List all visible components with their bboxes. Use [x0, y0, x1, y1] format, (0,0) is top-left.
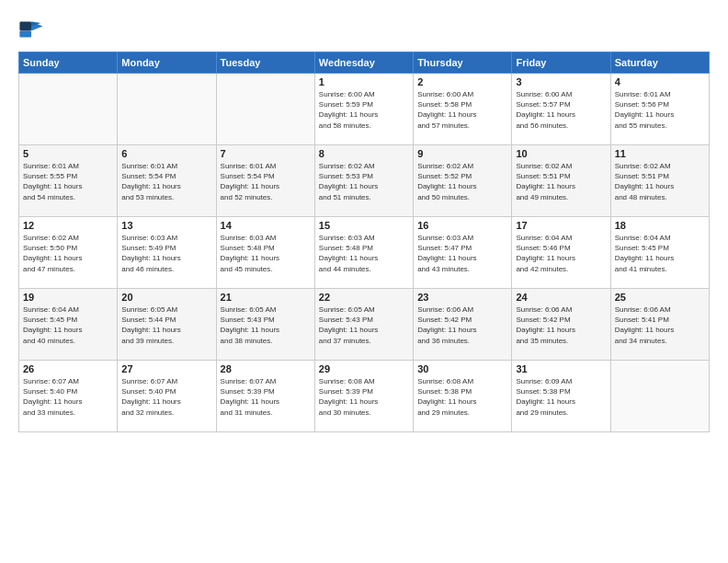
page: SundayMondayTuesdayWednesdayThursdayFrid… — [0, 0, 728, 563]
day-info: Sunrise: 6:05 AMSunset: 5:43 PMDaylight:… — [221, 304, 311, 346]
calendar-cell: 6Sunrise: 6:01 AMSunset: 5:54 PMDaylight… — [118, 145, 216, 217]
day-number: 18 — [615, 220, 705, 231]
calendar-cell: 16Sunrise: 6:03 AMSunset: 5:47 PMDayligh… — [414, 217, 512, 289]
day-info: Sunrise: 6:01 AMSunset: 5:55 PMDaylight:… — [23, 161, 113, 202]
calendar-cell: 1Sunrise: 6:00 AMSunset: 5:59 PMDaylight… — [314, 74, 413, 145]
day-number: 7 — [221, 148, 311, 159]
day-number: 23 — [417, 292, 507, 303]
calendar-cell — [610, 361, 709, 432]
day-number: 21 — [221, 292, 311, 303]
calendar-cell: 3Sunrise: 6:00 AMSunset: 5:57 PMDaylight… — [512, 74, 610, 145]
day-number: 24 — [516, 292, 606, 303]
calendar-cell: 29Sunrise: 6:08 AMSunset: 5:39 PMDayligh… — [314, 361, 413, 432]
day-info: Sunrise: 6:04 AMSunset: 5:45 PMDaylight:… — [615, 233, 705, 274]
day-number: 4 — [615, 76, 705, 87]
calendar-cell: 7Sunrise: 6:01 AMSunset: 5:54 PMDaylight… — [216, 145, 314, 217]
day-number: 28 — [221, 363, 311, 374]
week-row-3: 12Sunrise: 6:02 AMSunset: 5:50 PMDayligh… — [19, 217, 710, 289]
weekday-header-wednesday: Wednesday — [314, 52, 413, 74]
day-info: Sunrise: 6:09 AMSunset: 5:38 PMDaylight:… — [516, 376, 606, 418]
calendar-cell: 10Sunrise: 6:02 AMSunset: 5:51 PMDayligh… — [512, 145, 610, 217]
weekday-header-row: SundayMondayTuesdayWednesdayThursdayFrid… — [19, 52, 710, 74]
day-info: Sunrise: 6:02 AMSunset: 5:50 PMDaylight:… — [23, 233, 113, 274]
day-number: 30 — [417, 363, 507, 374]
day-info: Sunrise: 6:05 AMSunset: 5:44 PMDaylight:… — [121, 304, 211, 346]
calendar-cell — [118, 74, 216, 145]
day-number: 9 — [417, 148, 507, 159]
day-number: 14 — [221, 220, 311, 231]
day-info: Sunrise: 6:02 AMSunset: 5:51 PMDaylight:… — [615, 161, 705, 202]
day-number: 22 — [319, 292, 409, 303]
weekday-header-saturday: Saturday — [610, 52, 709, 74]
day-number: 25 — [615, 292, 705, 303]
calendar-cell: 27Sunrise: 6:07 AMSunset: 5:40 PMDayligh… — [118, 361, 216, 432]
calendar-cell: 25Sunrise: 6:06 AMSunset: 5:41 PMDayligh… — [610, 289, 709, 361]
day-number: 26 — [23, 363, 113, 374]
day-number: 11 — [615, 148, 705, 159]
day-info: Sunrise: 6:04 AMSunset: 5:46 PMDaylight:… — [516, 233, 606, 274]
day-info: Sunrise: 6:03 AMSunset: 5:49 PMDaylight:… — [121, 233, 211, 274]
calendar-cell: 15Sunrise: 6:03 AMSunset: 5:48 PMDayligh… — [314, 217, 413, 289]
logo — [18, 17, 48, 42]
day-info: Sunrise: 6:02 AMSunset: 5:53 PMDaylight:… — [319, 161, 409, 202]
day-number: 20 — [121, 292, 211, 303]
week-row-5: 26Sunrise: 6:07 AMSunset: 5:40 PMDayligh… — [19, 361, 710, 432]
calendar-table: SundayMondayTuesdayWednesdayThursdayFrid… — [18, 52, 710, 432]
day-info: Sunrise: 6:06 AMSunset: 5:42 PMDaylight:… — [516, 304, 606, 346]
day-number: 10 — [516, 148, 606, 159]
week-row-4: 19Sunrise: 6:04 AMSunset: 5:45 PMDayligh… — [19, 289, 710, 361]
weekday-header-friday: Friday — [512, 52, 610, 74]
calendar-cell: 31Sunrise: 6:09 AMSunset: 5:38 PMDayligh… — [512, 361, 610, 432]
calendar-cell: 5Sunrise: 6:01 AMSunset: 5:55 PMDaylight… — [19, 145, 118, 217]
day-number: 13 — [121, 220, 211, 231]
calendar-cell: 26Sunrise: 6:07 AMSunset: 5:40 PMDayligh… — [19, 361, 118, 432]
day-number: 5 — [23, 148, 113, 159]
day-info: Sunrise: 6:01 AMSunset: 5:54 PMDaylight:… — [221, 161, 311, 202]
day-info: Sunrise: 6:03 AMSunset: 5:47 PMDaylight:… — [417, 233, 507, 274]
day-info: Sunrise: 6:04 AMSunset: 5:45 PMDaylight:… — [23, 304, 113, 346]
day-number: 15 — [319, 220, 409, 231]
logo-icon — [18, 17, 44, 42]
day-info: Sunrise: 6:00 AMSunset: 5:59 PMDaylight:… — [319, 89, 409, 131]
calendar-cell: 11Sunrise: 6:02 AMSunset: 5:51 PMDayligh… — [610, 145, 709, 217]
calendar-cell: 23Sunrise: 6:06 AMSunset: 5:42 PMDayligh… — [414, 289, 512, 361]
day-info: Sunrise: 6:00 AMSunset: 5:57 PMDaylight:… — [516, 89, 606, 131]
day-info: Sunrise: 6:07 AMSunset: 5:40 PMDaylight:… — [121, 376, 211, 418]
day-number: 31 — [516, 363, 606, 374]
day-info: Sunrise: 6:06 AMSunset: 5:41 PMDaylight:… — [615, 304, 705, 346]
day-info: Sunrise: 6:02 AMSunset: 5:51 PMDaylight:… — [516, 161, 606, 202]
day-number: 17 — [516, 220, 606, 231]
calendar-cell: 28Sunrise: 6:07 AMSunset: 5:39 PMDayligh… — [216, 361, 314, 432]
calendar-cell: 17Sunrise: 6:04 AMSunset: 5:46 PMDayligh… — [512, 217, 610, 289]
calendar-cell: 18Sunrise: 6:04 AMSunset: 5:45 PMDayligh… — [610, 217, 709, 289]
day-info: Sunrise: 6:07 AMSunset: 5:39 PMDaylight:… — [221, 376, 311, 418]
day-info: Sunrise: 6:05 AMSunset: 5:43 PMDaylight:… — [319, 304, 409, 346]
day-info: Sunrise: 6:07 AMSunset: 5:40 PMDaylight:… — [23, 376, 113, 418]
week-row-2: 5Sunrise: 6:01 AMSunset: 5:55 PMDaylight… — [19, 145, 710, 217]
calendar-cell: 24Sunrise: 6:06 AMSunset: 5:42 PMDayligh… — [512, 289, 610, 361]
day-info: Sunrise: 6:08 AMSunset: 5:39 PMDaylight:… — [319, 376, 409, 418]
calendar-cell: 8Sunrise: 6:02 AMSunset: 5:53 PMDaylight… — [314, 145, 413, 217]
day-info: Sunrise: 6:00 AMSunset: 5:58 PMDaylight:… — [417, 89, 507, 131]
calendar-cell — [19, 74, 118, 145]
day-info: Sunrise: 6:03 AMSunset: 5:48 PMDaylight:… — [221, 233, 311, 274]
calendar-cell: 9Sunrise: 6:02 AMSunset: 5:52 PMDaylight… — [414, 145, 512, 217]
day-number: 8 — [319, 148, 409, 159]
day-number: 6 — [121, 148, 211, 159]
svg-rect-1 — [19, 30, 31, 37]
calendar-cell: 19Sunrise: 6:04 AMSunset: 5:45 PMDayligh… — [19, 289, 118, 361]
week-row-1: 1Sunrise: 6:00 AMSunset: 5:59 PMDaylight… — [19, 74, 710, 145]
day-info: Sunrise: 6:06 AMSunset: 5:42 PMDaylight:… — [417, 304, 507, 346]
day-number: 16 — [417, 220, 507, 231]
day-number: 19 — [23, 292, 113, 303]
calendar-cell — [216, 74, 314, 145]
day-number: 12 — [23, 220, 113, 231]
calendar-cell: 22Sunrise: 6:05 AMSunset: 5:43 PMDayligh… — [314, 289, 413, 361]
day-info: Sunrise: 6:01 AMSunset: 5:54 PMDaylight:… — [121, 161, 211, 202]
svg-rect-0 — [19, 22, 31, 31]
weekday-header-sunday: Sunday — [19, 52, 118, 74]
day-number: 29 — [319, 363, 409, 374]
calendar-cell: 13Sunrise: 6:03 AMSunset: 5:49 PMDayligh… — [118, 217, 216, 289]
day-number: 27 — [121, 363, 211, 374]
calendar-cell: 21Sunrise: 6:05 AMSunset: 5:43 PMDayligh… — [216, 289, 314, 361]
